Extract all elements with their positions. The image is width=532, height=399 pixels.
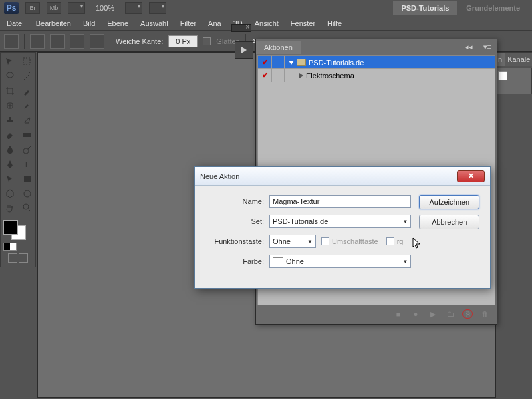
delete-icon[interactable]: 🗑 (479, 309, 490, 319)
minibridge-button[interactable]: Mb (47, 2, 61, 14)
color-select[interactable]: Ohne ▼ (269, 255, 411, 268)
tool-preset-icon[interactable] (4, 34, 19, 49)
menu-layer[interactable]: Ebene (107, 19, 128, 27)
menu-analysis[interactable]: Ana (208, 19, 221, 27)
svg-rect-3 (23, 133, 31, 137)
shift-checkbox (321, 237, 329, 245)
toggle-dialog-icon[interactable] (271, 56, 285, 68)
default-colors-icon[interactable] (3, 243, 17, 251)
panel-drag-handle[interactable] (231, 24, 251, 32)
zoom-level[interactable]: 100% (92, 4, 118, 12)
action-item-label: Elektroschema (285, 72, 354, 80)
disclosure-triangle-icon[interactable] (299, 73, 303, 78)
marquee-tool-icon[interactable] (19, 55, 35, 68)
record-button[interactable]: Aufzeichnen (419, 195, 479, 209)
dialog-titlebar[interactable]: Neue Aktion ✕ (195, 167, 490, 186)
fkey-label: Funktionstaste: (205, 237, 269, 245)
view-extras-dropdown[interactable] (68, 2, 85, 14)
eyedropper-tool-icon[interactable] (19, 84, 35, 98)
menu-file[interactable]: Datei (7, 19, 24, 27)
action-set-label: PSD-Tutorials.de (285, 59, 364, 66)
action-item-row[interactable]: ✔ Elektroschema (258, 69, 495, 82)
workspace-tab-active[interactable]: PSD-Tutorials (393, 1, 457, 15)
gradient-tool-icon[interactable] (19, 128, 35, 142)
move-tool-icon[interactable] (2, 55, 18, 68)
play-icon[interactable]: ▶ (428, 309, 438, 319)
stop-icon[interactable]: ■ (393, 309, 404, 319)
menu-view[interactable]: Ansicht (255, 19, 279, 27)
color-swatch-area (2, 219, 34, 264)
selection-new-icon[interactable] (30, 34, 45, 49)
zoom-tool-icon[interactable] (19, 201, 35, 215)
new-action-dialog: Neue Aktion ✕ Name: Set: PSD-Tutorials.d… (194, 166, 491, 289)
selection-subtract-icon[interactable] (70, 34, 84, 49)
menu-filter[interactable]: Filter (180, 19, 196, 27)
actions-tab[interactable]: Aktionen (256, 41, 301, 54)
pen-tool-icon[interactable] (2, 158, 18, 171)
eraser-tool-icon[interactable] (2, 128, 18, 142)
separator (24, 34, 25, 49)
panel-collapse-icon[interactable]: ◂◂ (460, 43, 478, 51)
workspace-tabs: PSD-Tutorials Grundelemente (393, 1, 528, 15)
dodge-tool-icon[interactable] (19, 143, 35, 156)
actions-panel-header[interactable]: Aktionen ◂◂ ▾≡ (256, 39, 497, 55)
name-input[interactable] (269, 195, 411, 208)
menu-edit[interactable]: Bearbeiten (36, 19, 71, 27)
bridge-button[interactable]: Br (25, 2, 40, 14)
healing-tool-icon[interactable] (2, 99, 18, 112)
fkey-select[interactable]: Ohne ▼ (269, 235, 316, 248)
screenmode-dropdown[interactable] (149, 2, 166, 14)
toggle-dialog-icon[interactable] (271, 69, 285, 82)
new-set-icon[interactable]: 🗀 (445, 309, 456, 319)
shape-tool-icon[interactable] (19, 172, 35, 186)
svg-rect-6 (24, 176, 31, 182)
selection-intersect-icon[interactable] (90, 34, 104, 49)
record-icon[interactable]: ● (410, 309, 421, 319)
toggle-check-icon[interactable]: ✔ (258, 71, 271, 80)
svg-point-4 (23, 148, 29, 154)
menu-window[interactable]: Fenster (291, 19, 315, 27)
foreground-color[interactable] (3, 220, 18, 235)
menu-image[interactable]: Bild (83, 19, 95, 27)
menu-select[interactable]: Auswahl (140, 19, 168, 27)
app-header: Ps Br Mb 100% PSD-Tutorials Grundelement… (0, 0, 532, 16)
action-set-name: PSD-Tutorials.de (309, 59, 364, 66)
selection-add-icon[interactable] (50, 34, 65, 49)
foreground-background-swatch[interactable] (3, 220, 26, 240)
actions-footer: ■ ● ▶ 🗀 ⎘ 🗑 (256, 305, 497, 323)
play-action-button[interactable] (235, 41, 253, 59)
set-select[interactable]: PSD-Tutorials.de ▼ (269, 215, 411, 228)
arrange-dropdown[interactable] (125, 2, 142, 14)
dialog-body: Name: Set: PSD-Tutorials.de ▼ Funktionst… (195, 186, 490, 288)
path-select-icon[interactable] (2, 172, 18, 186)
separator (110, 34, 110, 49)
stamp-tool-icon[interactable] (2, 114, 18, 127)
panel-menu-icon[interactable]: ▾≡ (478, 43, 497, 51)
screenmode-icon[interactable] (19, 253, 28, 263)
lasso-tool-icon[interactable] (2, 70, 18, 83)
feather-input[interactable] (168, 35, 198, 47)
cancel-button[interactable]: Abbrechen (419, 215, 479, 229)
menu-help[interactable]: Hilfe (327, 19, 342, 27)
disclosure-triangle-icon[interactable] (289, 61, 294, 65)
new-action-icon[interactable]: ⎘ (462, 309, 473, 319)
3d-tool-icon[interactable] (2, 187, 18, 200)
type-tool-icon[interactable]: T (19, 158, 35, 171)
crop-tool-icon[interactable] (2, 84, 18, 98)
brush-tool-icon[interactable] (19, 99, 35, 112)
blur-tool-icon[interactable] (2, 143, 18, 156)
panel-tab-channels[interactable]: Kanäle (505, 53, 532, 66)
workspace-tab-inactive[interactable]: Grundelemente (458, 1, 528, 15)
close-button[interactable]: ✕ (457, 170, 485, 182)
chevron-down-icon: ▼ (307, 239, 313, 245)
hand-tool-icon[interactable] (2, 201, 18, 215)
antialias-checkbox[interactable] (203, 37, 211, 45)
action-set-row[interactable]: ✔ PSD-Tutorials.de (258, 56, 495, 69)
quickmask-icon[interactable] (8, 253, 17, 263)
wand-tool-icon[interactable] (19, 70, 35, 83)
toggle-check-icon[interactable]: ✔ (258, 58, 271, 66)
history-brush-icon[interactable] (19, 114, 35, 127)
color-select-value: Ohne (286, 257, 304, 265)
mini-panel[interactable] (495, 68, 532, 94)
camera-tool-icon[interactable] (19, 187, 35, 200)
